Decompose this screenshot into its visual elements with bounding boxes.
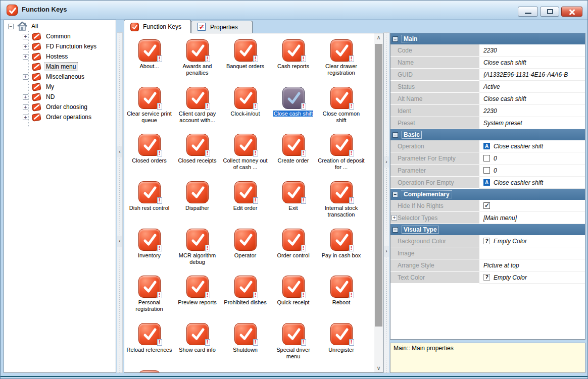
expand-plus-icon[interactable]: + [23,94,28,100]
property-value[interactable]: ?Empty Color [479,235,585,247]
property-value[interactable]: ?Empty Color [479,272,585,284]
function-key-close-common-shift[interactable]: !Close common shift [317,87,365,124]
function-key-about-[interactable]: !About... [125,39,173,70]
property-value[interactable]: [Main menu] [479,212,585,224]
function-key-unregister[interactable]: !Unregister [317,323,365,353]
function-key-closed-orders[interactable]: !Closed orders [125,134,173,164]
tree-item-miscellaneous[interactable]: +Miscellaneous [23,72,86,82]
function-key-awards-and-penalties[interactable]: !Awards and penalties [173,39,221,76]
checkbox-checked[interactable] [483,202,490,209]
function-key-partial[interactable] [125,370,173,373]
function-key-inventory[interactable]: !Inventory [125,229,173,259]
grid-scrollbar[interactable]: ∧ ∨ [374,33,383,372]
function-key-exit[interactable]: !Exit [269,181,317,211]
expand-plus-icon[interactable]: + [23,54,28,60]
property-value[interactable]: {A1332E96-1131-4E16-A4A6-B [479,69,585,81]
function-key-dish-rest-control[interactable]: !Dish rest control [125,181,173,211]
function-key-clear-drawer-registration[interactable]: !Clear drawer registration [317,39,365,76]
titlebar[interactable]: Function Keys [1,1,587,20]
collapse-section-icon[interactable]: − [393,192,398,197]
expand-plus-icon[interactable]: + [23,44,28,49]
function-key-create-order[interactable]: !Create order [269,134,317,164]
property-value[interactable]: 2230 [479,44,585,57]
function-key-quick-receipt[interactable]: !Quick receipt [269,276,317,306]
function-key-mcr-algorithm-debug[interactable]: !MCR algorithm debug [173,229,221,265]
tree-item-order-operations[interactable]: +Order operations [23,112,93,122]
function-key-client-card-pay-account-with-[interactable]: !Client card pay account with... [173,87,221,124]
property-value[interactable]: AClose cashier shift [479,177,585,189]
expand-plus-icon[interactable]: + [23,34,28,39]
function-key-reboot[interactable]: !Reboot [317,276,365,306]
function-key-close-cash-shift[interactable]: !Close cash shift [269,87,317,117]
function-key-prohibited-dishes[interactable]: !Prohibited dishes [221,276,269,306]
function-key-closed-receipts[interactable]: !Closed receipts [173,134,221,164]
property-value[interactable]: System preset [479,117,585,129]
collapse-section-icon[interactable]: − [393,227,398,233]
function-key-operator[interactable]: Operator [221,229,269,259]
function-key-collect-money-out-of-cash-[interactable]: !Collect money out of cash ... [221,134,269,171]
function-key-order-control[interactable]: !Order control [269,229,317,259]
function-key-clock-in-out[interactable]: !Clock-in/out [221,87,269,117]
function-key-pay-in-cash-box[interactable]: !Pay in cash box [317,229,365,259]
expand-plus-icon[interactable]: + [391,215,397,221]
tree-item-hostess[interactable]: +Hostess [23,51,69,62]
function-key-banquet-orders[interactable]: !Banquet orders [221,39,269,70]
function-key-preview-reports[interactable]: !Preview reports [173,276,221,306]
property-value[interactable]: 0 [479,165,585,177]
scroll-down-icon[interactable]: ∨ [374,364,383,372]
function-key-dispather[interactable]: Dispather [173,181,221,211]
function-key-show-card-info[interactable]: !Show card info [173,323,221,353]
property-value[interactable]: Close cash shift [479,93,585,105]
tree-item-fd-functuion-keys[interactable]: +FD Functuion keys [23,41,98,51]
close-button[interactable] [561,7,582,17]
function-key-personal-registration[interactable]: !Personal registration [125,276,173,312]
left-splitter[interactable]: ‹ ‹ [117,32,123,373]
property-value[interactable]: Active [479,81,585,93]
property-value[interactable]: AClose cashier shift [479,140,585,152]
collapse-left-icon[interactable]: ‹ [117,146,122,157]
collapse-expander-icon[interactable]: − [8,24,14,29]
expand-plus-icon[interactable]: + [23,104,28,110]
collapse-section-icon[interactable]: − [393,132,398,138]
collapse-right-icon[interactable]: › [384,246,389,257]
checkbox-unchecked[interactable] [483,167,490,174]
expand-plus-icon[interactable]: + [23,115,28,120]
function-key-shutdown[interactable]: !Shutdown [221,323,269,353]
function-key-label: Special driver menu [269,347,317,360]
function-key-special-driver-menu[interactable]: !Special driver menu [269,323,317,360]
tree-item-my[interactable]: +My [23,82,56,92]
tree-item-order-choosing[interactable]: +Order choosing [23,102,89,112]
property-value[interactable]: Close cash shift [479,57,585,69]
property-value[interactable]: Picture at top [479,259,585,272]
section-header-main[interactable]: −Main [390,33,585,44]
function-key-creation-of-deposit-for-[interactable]: !Creation of deposit for ... [317,134,365,171]
tree-item-all[interactable]: −All [8,21,39,31]
function-key-cash-reports[interactable]: !Cash reports [269,39,317,70]
function-key-clear-service-print-queue[interactable]: !Clear service print queue [125,87,173,124]
scrollbar-thumb[interactable] [375,44,382,327]
tree-item-main-menu[interactable]: +Main menu [23,62,77,72]
property-value[interactable]: 2230 [479,105,585,117]
tree-item-nd[interactable]: +ND [23,92,56,102]
section-header-visual-type[interactable]: −Visual Type [390,224,585,235]
section-header-complementary[interactable]: −Complementary [390,189,585,200]
function-key-internal-stock-transaction[interactable]: !Internal stock transaction [317,181,365,218]
minimize-button[interactable] [518,7,538,17]
property-value[interactable] [479,200,585,212]
collapse-right-icon[interactable]: › [384,156,389,168]
maximize-button[interactable] [540,7,559,17]
checkbox-unchecked[interactable] [483,155,490,161]
section-header-basic[interactable]: −Basic [390,129,585,140]
property-value[interactable] [479,247,585,259]
scroll-up-icon[interactable]: ∧ [374,33,383,42]
function-key-reload-references[interactable]: !Reload references [125,323,173,353]
collapse-section-icon[interactable]: − [393,36,398,42]
collapse-left-icon[interactable]: ‹ [117,236,122,247]
function-key-edit-order[interactable]: !Edit order [221,181,269,211]
tree-item-common[interactable]: +Common [23,31,72,41]
property-value[interactable]: 0 [479,152,585,165]
tab-function-keys[interactable]: Function Keys [124,20,191,33]
expand-plus-icon[interactable]: + [23,74,28,80]
tab-properties[interactable]: ✓Properties [191,21,253,33]
right-splitter[interactable]: › › [383,32,389,373]
